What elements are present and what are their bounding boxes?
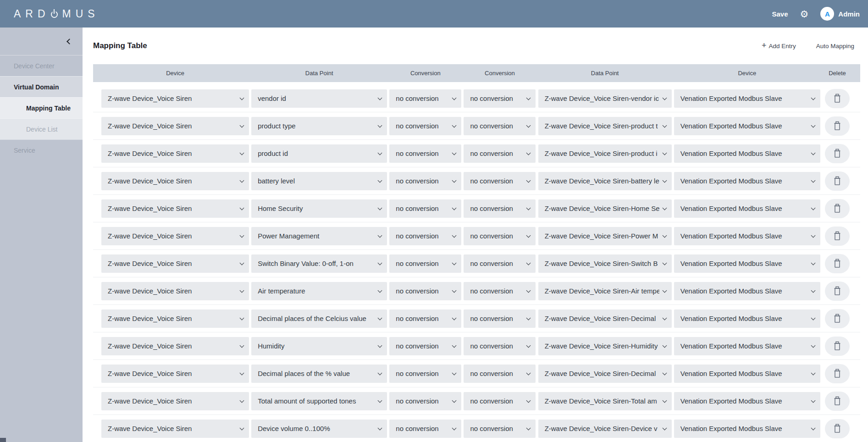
source-device-select[interactable]: Z-wave Device_Voice Siren [101, 199, 249, 218]
conversion-select[interactable]: no conversion [464, 309, 536, 328]
sidebar-item-virtual-domain[interactable]: Virtual Domain [0, 76, 83, 97]
sidebar-item-device-list[interactable]: Device List [0, 118, 83, 139]
target-device-select[interactable]: Venation Exported Modbus Slave [674, 392, 820, 410]
delete-row-button[interactable] [825, 337, 850, 356]
conversion-select[interactable]: no conversion [464, 172, 536, 190]
target-device-select[interactable]: Venation Exported Modbus Slave [674, 282, 820, 300]
sidebar-item-service[interactable]: Service [0, 139, 83, 160]
delete-row-button[interactable] [825, 116, 850, 136]
source-data-point-select[interactable]: battery level [251, 172, 387, 190]
delete-row-button[interactable] [825, 282, 850, 301]
conversion-select[interactable]: no conversion [389, 227, 461, 245]
target-data-point-select[interactable]: Z-wave Device_Voice Siren-Humidity [538, 337, 672, 355]
source-device-select[interactable]: Z-wave Device_Voice Siren [101, 309, 249, 328]
source-device-select[interactable]: Z-wave Device_Voice Siren [101, 89, 249, 108]
source-data-point-select[interactable]: Switch Binary Value: 0-off, 1-on [251, 254, 387, 273]
conversion-select[interactable]: no conversion [389, 117, 461, 135]
conversion-select[interactable]: no conversion [389, 199, 461, 218]
conversion-select[interactable]: no conversion [464, 337, 536, 355]
target-device-select[interactable]: Venation Exported Modbus Slave [674, 89, 820, 108]
target-data-point-select[interactable]: Z-wave Device_Voice Siren-Home Se [538, 199, 672, 218]
target-device-select[interactable]: Venation Exported Modbus Slave [674, 172, 820, 190]
target-data-point-select[interactable]: Z-wave Device_Voice Siren-Air tempe [538, 282, 672, 300]
source-data-point-select[interactable]: vendor id [251, 89, 387, 108]
gear-icon[interactable]: ⚙ [800, 9, 809, 19]
target-device-select[interactable]: Venation Exported Modbus Slave [674, 365, 820, 383]
target-data-point-select[interactable]: Z-wave Device_Voice Siren-Power M [538, 227, 672, 245]
target-data-point-select[interactable]: Z-wave Device_Voice Siren-battery le [538, 172, 672, 190]
delete-row-button[interactable] [825, 89, 850, 108]
source-device-select[interactable]: Z-wave Device_Voice Siren [101, 365, 249, 383]
target-device-select[interactable]: Venation Exported Modbus Slave [674, 199, 820, 218]
source-data-point-select[interactable]: product type [251, 117, 387, 135]
source-data-point-select[interactable]: Air temperature [251, 282, 387, 300]
conversion-select[interactable]: no conversion [389, 309, 461, 328]
conversion-select[interactable]: no conversion [464, 392, 536, 410]
sidebar-item-device-center[interactable]: Device Center [0, 55, 83, 76]
source-data-point-select[interactable]: Humidity [251, 337, 387, 355]
source-data-point-select[interactable]: Home Security [251, 199, 387, 218]
target-data-point-select[interactable]: Z-wave Device_Voice Siren-Decimal [538, 365, 672, 383]
delete-row-button[interactable] [825, 199, 850, 218]
source-device-select[interactable]: Z-wave Device_Voice Siren [101, 282, 249, 300]
target-device-select[interactable]: Venation Exported Modbus Slave [674, 337, 820, 355]
target-device-select[interactable]: Venation Exported Modbus Slave [674, 144, 820, 163]
save-button[interactable]: Save [772, 10, 788, 18]
conversion-select[interactable]: no conversion [389, 254, 461, 273]
user-menu[interactable]: A Admin [820, 7, 860, 21]
conversion-select[interactable]: no conversion [389, 392, 461, 410]
conversion-select[interactable]: no conversion [389, 89, 461, 108]
source-device-select[interactable]: Z-wave Device_Voice Siren [101, 117, 249, 135]
source-device-select[interactable]: Z-wave Device_Voice Siren [101, 254, 249, 273]
target-device-select[interactable]: Venation Exported Modbus Slave [674, 420, 820, 438]
delete-row-button[interactable] [825, 419, 850, 438]
source-device-select[interactable]: Z-wave Device_Voice Siren [101, 144, 249, 163]
target-device-select[interactable]: Venation Exported Modbus Slave [674, 227, 820, 245]
target-data-point-select[interactable]: Z-wave Device_Voice Siren-product t [538, 117, 672, 135]
delete-row-button[interactable] [825, 227, 850, 246]
conversion-select[interactable]: no conversion [464, 144, 536, 163]
conversion-select[interactable]: no conversion [464, 227, 536, 245]
sidebar-item-mapping-table[interactable]: Mapping Table [0, 97, 83, 118]
delete-row-button[interactable] [825, 364, 850, 383]
conversion-select[interactable]: no conversion [389, 365, 461, 383]
delete-row-button[interactable] [825, 144, 850, 163]
auto-mapping-button[interactable]: Auto Mapping [816, 43, 854, 50]
delete-row-button[interactable] [825, 309, 850, 328]
source-data-point-select[interactable]: Total amount of supported tones [251, 392, 387, 410]
source-data-point-select[interactable]: product id [251, 144, 387, 163]
target-device-select[interactable]: Venation Exported Modbus Slave [674, 117, 820, 135]
target-device-select[interactable]: Venation Exported Modbus Slave [674, 309, 820, 328]
target-device-select[interactable]: Venation Exported Modbus Slave [674, 254, 820, 273]
source-data-point-select[interactable]: Power Management [251, 227, 387, 245]
source-device-select[interactable]: Z-wave Device_Voice Siren [101, 420, 249, 438]
conversion-select[interactable]: no conversion [464, 282, 536, 300]
target-data-point-select[interactable]: Z-wave Device_Voice Siren-Switch B [538, 254, 672, 273]
conversion-select[interactable]: no conversion [464, 254, 536, 273]
target-data-point-select[interactable]: Z-wave Device_Voice Siren-Total am [538, 392, 672, 410]
source-device-select[interactable]: Z-wave Device_Voice Siren [101, 337, 249, 355]
conversion-select[interactable]: no conversion [464, 420, 536, 438]
source-data-point-select[interactable]: Device volume 0..100% [251, 420, 387, 438]
conversion-select[interactable]: no conversion [389, 282, 461, 300]
source-device-select[interactable]: Z-wave Device_Voice Siren [101, 172, 249, 190]
conversion-select[interactable]: no conversion [389, 337, 461, 355]
target-data-point-select[interactable]: Z-wave Device_Voice Siren-Device v [538, 420, 672, 438]
delete-row-button[interactable] [825, 392, 850, 411]
source-data-point-select[interactable]: Decimal places of the % value [251, 365, 387, 383]
target-data-point-select[interactable]: Z-wave Device_Voice Siren-vendor ic [538, 89, 672, 108]
conversion-select[interactable]: no conversion [464, 89, 536, 108]
source-device-select[interactable]: Z-wave Device_Voice Siren [101, 392, 249, 410]
source-device-select[interactable]: Z-wave Device_Voice Siren [101, 227, 249, 245]
target-data-point-select[interactable]: Z-wave Device_Voice Siren-product i [538, 144, 672, 163]
delete-row-button[interactable] [825, 254, 850, 273]
sidebar-collapse-icon[interactable] [66, 39, 72, 44]
conversion-select[interactable]: no conversion [464, 199, 536, 218]
target-data-point-select[interactable]: Z-wave Device_Voice Siren-Decimal [538, 309, 672, 328]
conversion-select[interactable]: no conversion [464, 117, 536, 135]
source-data-point-select[interactable]: Decimal places of the Celcius value [251, 309, 387, 328]
conversion-select[interactable]: no conversion [389, 420, 461, 438]
conversion-select[interactable]: no conversion [389, 172, 461, 190]
conversion-select[interactable]: no conversion [464, 365, 536, 383]
delete-row-button[interactable] [825, 171, 850, 191]
